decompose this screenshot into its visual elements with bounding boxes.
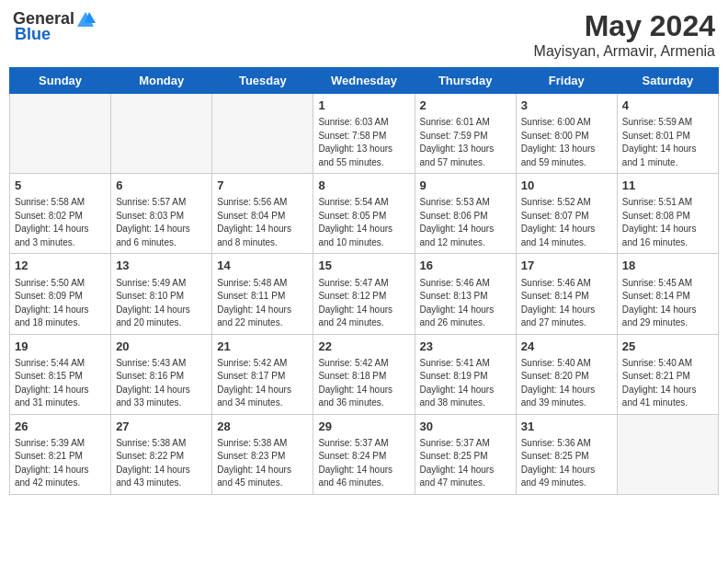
weekday-header-sunday: Sunday <box>10 68 111 94</box>
calendar-cell: 17Sunrise: 5:46 AMSunset: 8:14 PMDayligh… <box>516 254 617 334</box>
calendar-cell: 12Sunrise: 5:50 AMSunset: 8:09 PMDayligh… <box>10 254 111 334</box>
weekday-header-wednesday: Wednesday <box>313 68 415 94</box>
day-number: 11 <box>622 178 713 194</box>
cell-info: Sunrise: 5:53 AMSunset: 8:06 PMDaylight:… <box>420 196 511 249</box>
location-title: Mayisyan, Armavir, Armenia <box>534 43 715 60</box>
calendar-cell <box>617 414 718 494</box>
cell-info: Sunrise: 5:52 AMSunset: 8:07 PMDaylight:… <box>521 196 612 249</box>
calendar-cell: 30Sunrise: 5:37 AMSunset: 8:25 PMDayligh… <box>415 414 516 494</box>
day-number: 23 <box>420 339 511 355</box>
calendar-cell: 8Sunrise: 5:54 AMSunset: 8:05 PMDaylight… <box>313 174 415 254</box>
calendar-cell <box>212 94 313 174</box>
calendar-cell: 9Sunrise: 5:53 AMSunset: 8:06 PMDaylight… <box>415 174 516 254</box>
title-section: May 2024 Mayisyan, Armavir, Armenia <box>534 9 715 60</box>
weekday-header-monday: Monday <box>111 68 212 94</box>
calendar-cell: 3Sunrise: 6:00 AMSunset: 8:00 PMDaylight… <box>516 94 617 174</box>
cell-info: Sunrise: 5:49 AMSunset: 8:10 PMDaylight:… <box>116 277 207 330</box>
cell-info: Sunrise: 5:50 AMSunset: 8:09 PMDaylight:… <box>15 277 106 330</box>
day-number: 5 <box>15 178 106 194</box>
calendar-cell: 31Sunrise: 5:36 AMSunset: 8:25 PMDayligh… <box>516 414 617 494</box>
day-number: 9 <box>420 178 511 194</box>
calendar-cell: 7Sunrise: 5:56 AMSunset: 8:04 PMDaylight… <box>212 174 313 254</box>
page-header: General Blue May 2024 Mayisyan, Armavir,… <box>9 9 719 60</box>
calendar-cell: 27Sunrise: 5:38 AMSunset: 8:22 PMDayligh… <box>111 414 212 494</box>
cell-info: Sunrise: 5:37 AMSunset: 8:24 PMDaylight:… <box>318 437 409 490</box>
calendar-cell: 26Sunrise: 5:39 AMSunset: 8:21 PMDayligh… <box>10 414 111 494</box>
cell-info: Sunrise: 5:40 AMSunset: 8:21 PMDaylight:… <box>622 357 713 410</box>
day-number: 29 <box>318 419 409 435</box>
calendar-cell: 14Sunrise: 5:48 AMSunset: 8:11 PMDayligh… <box>212 254 313 334</box>
day-number: 22 <box>318 339 409 355</box>
calendar-cell: 21Sunrise: 5:42 AMSunset: 8:17 PMDayligh… <box>212 334 313 414</box>
day-number: 13 <box>116 258 207 274</box>
logo-icon <box>75 10 96 29</box>
day-number: 6 <box>116 178 207 194</box>
cell-info: Sunrise: 5:51 AMSunset: 8:08 PMDaylight:… <box>622 196 713 249</box>
calendar-cell: 28Sunrise: 5:38 AMSunset: 8:23 PMDayligh… <box>212 414 313 494</box>
calendar-cell: 25Sunrise: 5:40 AMSunset: 8:21 PMDayligh… <box>617 334 718 414</box>
day-number: 18 <box>622 258 713 274</box>
calendar-cell: 22Sunrise: 5:42 AMSunset: 8:18 PMDayligh… <box>313 334 415 414</box>
cell-info: Sunrise: 6:01 AMSunset: 7:59 PMDaylight:… <box>420 116 511 169</box>
cell-info: Sunrise: 5:36 AMSunset: 8:25 PMDaylight:… <box>521 437 612 490</box>
calendar-cell: 24Sunrise: 5:40 AMSunset: 8:20 PMDayligh… <box>516 334 617 414</box>
day-number: 10 <box>521 178 612 194</box>
calendar-cell: 13Sunrise: 5:49 AMSunset: 8:10 PMDayligh… <box>111 254 212 334</box>
day-number: 30 <box>420 419 511 435</box>
cell-info: Sunrise: 5:42 AMSunset: 8:17 PMDaylight:… <box>217 357 308 410</box>
day-number: 15 <box>318 258 409 274</box>
day-number: 2 <box>420 98 511 114</box>
calendar-cell <box>10 94 111 174</box>
day-number: 24 <box>521 339 612 355</box>
calendar-cell <box>111 94 212 174</box>
cell-info: Sunrise: 5:46 AMSunset: 8:14 PMDaylight:… <box>521 277 612 330</box>
day-number: 3 <box>521 98 612 114</box>
calendar-cell: 4Sunrise: 5:59 AMSunset: 8:01 PMDaylight… <box>617 94 718 174</box>
day-number: 17 <box>521 258 612 274</box>
cell-info: Sunrise: 6:00 AMSunset: 8:00 PMDaylight:… <box>521 116 612 169</box>
calendar-cell: 15Sunrise: 5:47 AMSunset: 8:12 PMDayligh… <box>313 254 415 334</box>
calendar-cell: 29Sunrise: 5:37 AMSunset: 8:24 PMDayligh… <box>313 414 415 494</box>
cell-info: Sunrise: 5:38 AMSunset: 8:22 PMDaylight:… <box>116 437 207 490</box>
day-number: 19 <box>15 339 106 355</box>
day-number: 16 <box>420 258 511 274</box>
day-number: 28 <box>217 419 308 435</box>
weekday-header-friday: Friday <box>516 68 617 94</box>
calendar-table: SundayMondayTuesdayWednesdayThursdayFrid… <box>9 67 719 495</box>
calendar-cell: 19Sunrise: 5:44 AMSunset: 8:15 PMDayligh… <box>10 334 111 414</box>
cell-info: Sunrise: 5:44 AMSunset: 8:15 PMDaylight:… <box>15 357 106 410</box>
day-number: 26 <box>15 419 106 435</box>
cell-info: Sunrise: 5:40 AMSunset: 8:20 PMDaylight:… <box>521 357 612 410</box>
cell-info: Sunrise: 5:38 AMSunset: 8:23 PMDaylight:… <box>217 437 308 490</box>
day-number: 27 <box>116 419 207 435</box>
calendar-cell: 11Sunrise: 5:51 AMSunset: 8:08 PMDayligh… <box>617 174 718 254</box>
day-number: 7 <box>217 178 308 194</box>
calendar-cell: 5Sunrise: 5:58 AMSunset: 8:02 PMDaylight… <box>10 174 111 254</box>
calendar-cell: 1Sunrise: 6:03 AMSunset: 7:58 PMDaylight… <box>313 94 415 174</box>
calendar-cell: 2Sunrise: 6:01 AMSunset: 7:59 PMDaylight… <box>415 94 516 174</box>
calendar-cell: 20Sunrise: 5:43 AMSunset: 8:16 PMDayligh… <box>111 334 212 414</box>
day-number: 25 <box>622 339 713 355</box>
day-number: 20 <box>116 339 207 355</box>
day-number: 4 <box>622 98 713 114</box>
cell-info: Sunrise: 6:03 AMSunset: 7:58 PMDaylight:… <box>318 116 409 169</box>
calendar-cell: 16Sunrise: 5:46 AMSunset: 8:13 PMDayligh… <box>415 254 516 334</box>
calendar-cell: 10Sunrise: 5:52 AMSunset: 8:07 PMDayligh… <box>516 174 617 254</box>
calendar-cell: 6Sunrise: 5:57 AMSunset: 8:03 PMDaylight… <box>111 174 212 254</box>
cell-info: Sunrise: 5:47 AMSunset: 8:12 PMDaylight:… <box>318 277 409 330</box>
calendar-cell: 18Sunrise: 5:45 AMSunset: 8:14 PMDayligh… <box>617 254 718 334</box>
day-number: 8 <box>318 178 409 194</box>
weekday-header-tuesday: Tuesday <box>212 68 313 94</box>
cell-info: Sunrise: 5:45 AMSunset: 8:14 PMDaylight:… <box>622 277 713 330</box>
day-number: 14 <box>217 258 308 274</box>
cell-info: Sunrise: 5:39 AMSunset: 8:21 PMDaylight:… <box>15 437 106 490</box>
calendar-cell: 23Sunrise: 5:41 AMSunset: 8:19 PMDayligh… <box>415 334 516 414</box>
day-number: 12 <box>15 258 106 274</box>
cell-info: Sunrise: 5:46 AMSunset: 8:13 PMDaylight:… <box>420 277 511 330</box>
cell-info: Sunrise: 5:41 AMSunset: 8:19 PMDaylight:… <box>420 357 511 410</box>
cell-info: Sunrise: 5:43 AMSunset: 8:16 PMDaylight:… <box>116 357 207 410</box>
cell-info: Sunrise: 5:48 AMSunset: 8:11 PMDaylight:… <box>217 277 308 330</box>
day-number: 21 <box>217 339 308 355</box>
cell-info: Sunrise: 5:54 AMSunset: 8:05 PMDaylight:… <box>318 196 409 249</box>
weekday-header-thursday: Thursday <box>415 68 516 94</box>
